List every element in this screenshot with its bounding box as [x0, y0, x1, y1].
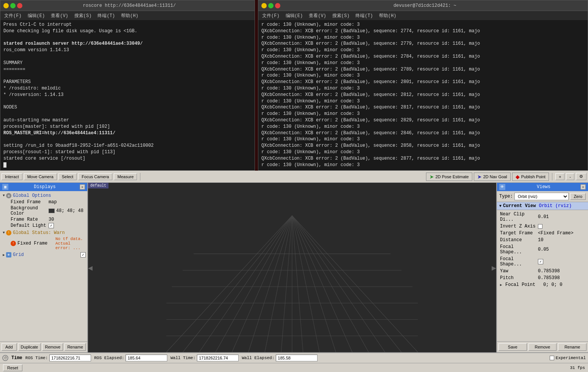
- global-status-row[interactable]: ▼ ! Global Status: Warn: [0, 229, 87, 236]
- interact-button[interactable]: Interact: [2, 173, 22, 180]
- settings-icon-btn[interactable]: ⚙: [576, 173, 586, 180]
- menu-file-right[interactable]: 文件(F): [261, 12, 281, 20]
- menu-terminal-right[interactable]: 终端(T): [354, 12, 374, 20]
- reset-button[interactable]: Reset: [3, 364, 22, 371]
- displays-buttons: Add Duplicate Remove Rename: [0, 341, 87, 352]
- ros-elapsed-label: ROS Elapsed:: [94, 356, 124, 360]
- terminal-right-controls[interactable]: [261, 3, 280, 8]
- add-display-button[interactable]: Add: [2, 343, 17, 351]
- views-type-select[interactable]: Orbit (rviz): [514, 193, 569, 200]
- current-view-label: Current View: [503, 203, 536, 209]
- terminal-line-6: [3, 53, 252, 60]
- background-color-row: Background Color 48; 48; 48: [0, 205, 87, 217]
- terminal-line-16: auto-starting new master: [3, 117, 252, 124]
- add-display-icon-btn[interactable]: +: [555, 173, 564, 180]
- background-color-swatch[interactable]: [49, 209, 55, 213]
- terminal-right-line: QXcbConnection: XCB error: 2 (BadValue),…: [261, 79, 585, 85]
- focal-shape-fixed-key: Focal Shape...: [500, 256, 538, 267]
- remove-display-button[interactable]: Remove: [42, 343, 63, 351]
- fixed-frame-val[interactable]: map: [49, 199, 57, 205]
- move-camera-button[interactable]: Move Camera: [24, 173, 57, 180]
- remove-view-button[interactable]: Remove: [528, 343, 557, 351]
- menu-edit-right[interactable]: 编辑(E): [284, 12, 305, 20]
- terminal-left-maximize[interactable]: [10, 3, 16, 8]
- pose-estimate-button[interactable]: ➤ 2D Pose Estimate: [426, 173, 472, 181]
- background-color-key: Background Color: [11, 206, 49, 216]
- duplicate-display-button[interactable]: Duplicate: [18, 343, 41, 351]
- global-status-ff-key: Fixed Frame: [17, 241, 55, 246]
- target-frame-val: <Fixed Frame>: [538, 231, 574, 236]
- views-zero-button[interactable]: Zero: [570, 193, 586, 200]
- menu-terminal-left[interactable]: 终端(T): [96, 12, 116, 20]
- terminal-line-5: ros_comm version 1.14.13: [3, 47, 252, 53]
- view-arrow-right[interactable]: ▶: [492, 263, 496, 272]
- terminal-right-close[interactable]: [275, 3, 280, 8]
- menu-search-right[interactable]: 搜索(S): [331, 12, 351, 20]
- terminal-right-line: QXcbConnection: XCB error: 2 (BadValue),…: [261, 92, 585, 98]
- menu-help-left[interactable]: 帮助(H): [119, 12, 140, 20]
- near-clip-val: 0.01: [538, 214, 549, 220]
- menu-file-left[interactable]: 文件(F): [3, 12, 23, 20]
- terminal-right-line: r code: 130 (Unknown), minor code: 3: [261, 98, 585, 105]
- grid-row[interactable]: ▶ 👁 Grid ✓: [0, 251, 87, 258]
- rename-view-button[interactable]: Rename: [558, 343, 586, 351]
- experimental-row: Experimental: [550, 356, 586, 360]
- terminal-left-controls[interactable]: [3, 3, 22, 8]
- frame-rate-key: Frame Rate: [11, 217, 49, 222]
- grid-checkbox[interactable]: ✓: [80, 252, 86, 257]
- rename-display-button[interactable]: Rename: [64, 343, 86, 351]
- terminal-right-minimize[interactable]: [261, 3, 267, 8]
- publish-point-icon: ◆: [516, 174, 520, 180]
- view-arrow-left[interactable]: ◀: [88, 263, 93, 272]
- global-options-label: Global Options: [13, 193, 51, 198]
- menu-view-left[interactable]: 查看(V): [49, 12, 70, 20]
- select-button[interactable]: Select: [58, 173, 77, 180]
- target-frame-row: Target Frame <Fixed Frame>: [497, 230, 588, 237]
- distance-key: Distance: [500, 237, 538, 243]
- view-3d[interactable]: default: [88, 183, 496, 352]
- views-type-row: Type: Orbit (rviz) Zero: [497, 191, 588, 202]
- experimental-checkbox[interactable]: [550, 356, 554, 360]
- terminal-right-body: r code: 130 (Unknown), minor code: 3QXcb…: [258, 20, 588, 170]
- default-label: default: [88, 183, 108, 188]
- nav-goal-button[interactable]: ➤ 2D Nav Goal: [474, 173, 511, 181]
- frame-rate-val[interactable]: 30: [49, 217, 54, 222]
- views-panel: 👁 Views ✕ Type: Orbit (rviz) Zero ▼ Curr…: [496, 183, 588, 352]
- current-view-type: Orbit (rviz): [539, 203, 571, 209]
- measure-button[interactable]: Measure: [114, 173, 137, 180]
- menu-help-right[interactable]: 帮助(H): [377, 12, 398, 20]
- default-light-checkbox[interactable]: ✓: [49, 223, 54, 228]
- terminal-cursor-line: [3, 162, 252, 168]
- terminal-right-title: devuser@7d1cdc12d421: ~: [280, 3, 569, 8]
- terminal-left-minimize[interactable]: [3, 3, 9, 8]
- terminal-right-line: r code: 130 (Unknown), minor code: 3: [261, 22, 585, 28]
- global-options-row[interactable]: ▼ ⚙ Global Options: [0, 192, 87, 199]
- focus-camera-button[interactable]: Focus Camera: [78, 173, 112, 180]
- ros-elapsed-input[interactable]: [126, 355, 167, 361]
- save-view-button[interactable]: Save: [498, 343, 527, 351]
- remove-display-icon-btn[interactable]: -: [566, 173, 574, 180]
- menu-search-left[interactable]: 搜索(S): [73, 12, 93, 20]
- views-close-btn[interactable]: ✕: [580, 184, 586, 190]
- focal-shape-fixed-row: Focal Shape... ✓: [497, 256, 588, 268]
- wall-time-input[interactable]: [197, 355, 239, 361]
- terminal-line-7: SUMMARY: [3, 60, 252, 66]
- terminal-left: roscore http://636e48441ae4:11311/ 文件(F)…: [0, 0, 255, 171]
- displays-close-btn[interactable]: ✕: [80, 184, 85, 190]
- ros-time-input[interactable]: [49, 355, 91, 361]
- focal-shape-fixed-checkbox[interactable]: ✓: [538, 259, 543, 264]
- publish-point-button[interactable]: ◆ Publish Point: [512, 173, 549, 181]
- displays-list: ▼ ⚙ Global Options Fixed Frame map Backg…: [0, 191, 87, 341]
- wall-elapsed-input[interactable]: [276, 355, 318, 361]
- menu-edit-left[interactable]: 编辑(E): [26, 12, 47, 20]
- menu-view-right[interactable]: 查看(V): [307, 12, 328, 20]
- terminal-right-line: r code: 130 (Unknown), minor code: 3: [261, 60, 585, 66]
- nav-goal-icon: ➤: [477, 174, 482, 180]
- near-clip-key: Near Clip Di...: [500, 212, 538, 222]
- terminal-right-line: r code: 130 (Unknown), minor code: 3: [261, 35, 585, 41]
- terminal-left-close[interactable]: [17, 3, 22, 8]
- focal-point-expand-arrow: ▶: [500, 283, 505, 287]
- background-color-val[interactable]: 48; 48; 48: [56, 208, 83, 213]
- invert-z-checkbox[interactable]: [538, 224, 542, 229]
- terminal-right-maximize[interactable]: [268, 3, 274, 8]
